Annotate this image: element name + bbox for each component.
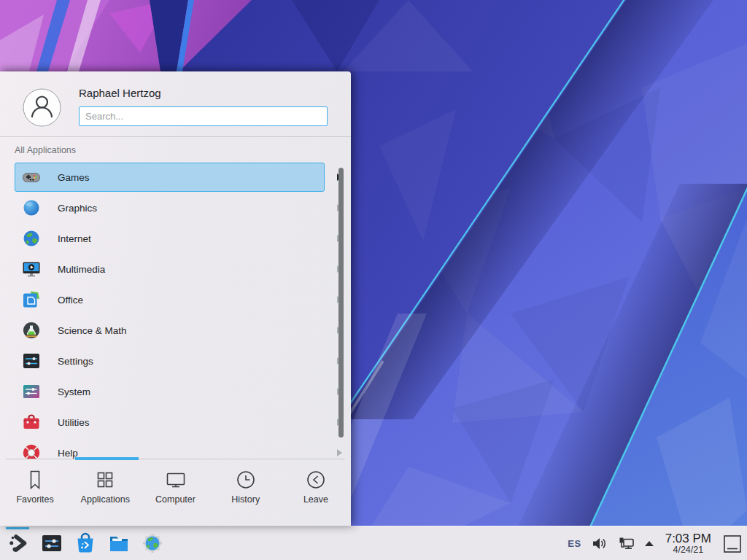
tab-history[interactable]: History	[211, 459, 281, 526]
tab-applications[interactable]: Applications	[70, 459, 140, 526]
discover-launcher[interactable]	[73, 532, 97, 556]
file-manager-launcher[interactable]	[107, 532, 131, 556]
utilities-icon	[22, 413, 41, 432]
office-icon	[22, 290, 41, 309]
category-label: Utilities	[58, 417, 90, 428]
keyboard-layout-indicator[interactable]: ES	[568, 538, 581, 549]
system-icon	[22, 382, 41, 401]
category-label: Settings	[58, 356, 93, 367]
user-avatar[interactable]	[23, 88, 61, 127]
folder-icon	[107, 532, 131, 555]
category-system[interactable]: System	[0, 376, 351, 407]
category-label: Science & Math	[58, 325, 127, 336]
multimedia-icon	[22, 260, 41, 279]
browser-globe-icon	[141, 532, 164, 555]
system-settings-icon	[40, 532, 63, 555]
category-list: Games Graphics	[0, 162, 351, 459]
computer-icon	[165, 469, 187, 491]
application-launcher-button[interactable]	[6, 532, 30, 556]
tab-favorites[interactable]: Favorites	[0, 459, 70, 526]
bookmark-icon	[24, 469, 46, 491]
taskbar-panel: ES 7:03 PM 4/24/21	[0, 526, 747, 560]
help-icon	[22, 443, 41, 459]
menu-header: Raphael Hertzog	[0, 71, 351, 136]
show-desktop-button[interactable]	[722, 534, 743, 554]
tab-computer[interactable]: Computer	[140, 459, 210, 526]
category-label: System	[58, 386, 90, 397]
tray-expander-icon[interactable]	[644, 540, 654, 547]
menu-footer: Favorites Applications	[0, 459, 351, 526]
submenu-arrow-icon	[337, 449, 342, 456]
category-label: Multimedia	[58, 264, 105, 275]
science-icon	[22, 321, 41, 340]
header-divider	[0, 136, 351, 137]
category-science-math[interactable]: Science & Math	[0, 315, 351, 346]
clock-icon	[235, 469, 257, 491]
category-label: Games	[58, 172, 90, 183]
games-icon	[22, 168, 41, 187]
active-task-indicator	[6, 527, 29, 529]
menu-scrollbar[interactable]	[338, 168, 344, 438]
kde-kickoff-icon	[7, 532, 30, 555]
desktop: ES 7:03 PM 4/24/21	[0, 0, 747, 560]
system-tray: ES 7:03 PM 4/24/21	[568, 526, 743, 560]
section-label: All Applications	[15, 145, 76, 155]
clock-time: 7:03 PM	[665, 532, 711, 545]
grid-icon	[94, 469, 116, 491]
application-launcher-menu: Raphael Hertzog All Applications Games	[0, 71, 351, 526]
system-settings-launcher[interactable]	[39, 532, 63, 556]
digital-clock[interactable]: 7:03 PM 4/24/21	[664, 532, 713, 555]
category-help[interactable]: Help	[0, 438, 351, 459]
network-icon[interactable]	[617, 535, 635, 552]
category-label: Internet	[58, 233, 91, 244]
graphics-icon	[22, 198, 41, 217]
active-tab-indicator	[75, 457, 139, 460]
footer-divider	[6, 459, 345, 459]
internet-icon	[22, 229, 41, 248]
category-games[interactable]: Games	[0, 162, 351, 192]
discover-store-icon	[74, 532, 97, 555]
category-graphics[interactable]: Graphics	[0, 192, 351, 223]
volume-icon[interactable]	[591, 535, 608, 552]
clock-date: 4/24/21	[665, 545, 711, 555]
category-internet[interactable]: Internet	[0, 223, 351, 254]
web-browser-launcher[interactable]	[140, 532, 164, 556]
category-settings[interactable]: Settings	[0, 346, 351, 376]
settings-icon	[22, 351, 41, 370]
category-utilities[interactable]: Utilities	[0, 407, 351, 438]
category-office[interactable]: Office	[0, 284, 351, 315]
tab-leave[interactable]: Leave	[281, 459, 351, 526]
search-input[interactable]	[79, 106, 328, 126]
category-label: Office	[58, 295, 83, 306]
category-label: Graphics	[58, 203, 97, 214]
leave-back-icon	[305, 469, 327, 491]
taskbar-launchers	[0, 532, 164, 556]
category-multimedia[interactable]: Multimedia	[0, 254, 351, 284]
footer-tabs: Favorites Applications	[0, 459, 351, 526]
user-name: Raphael Hertzog	[79, 87, 161, 99]
